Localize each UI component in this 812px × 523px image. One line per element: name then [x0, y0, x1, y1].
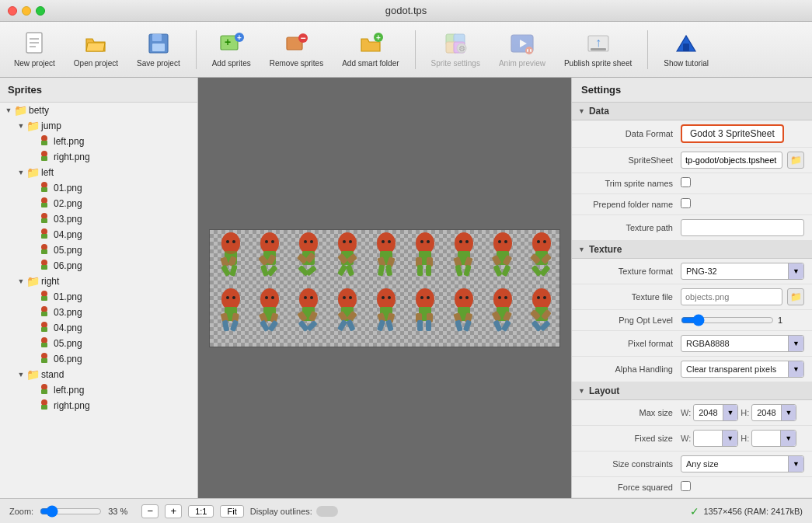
svg-point-140 [226, 296, 229, 299]
force-squared-checkbox[interactable] [681, 481, 691, 491]
zoom-minus-button[interactable]: − [141, 504, 159, 518]
svg-point-47 [41, 291, 47, 297]
spritesheet-folder-button[interactable]: 📁 [787, 152, 804, 169]
tree-item-05-png[interactable]: 05.png [0, 242, 197, 258]
tree-item-r05-png[interactable]: 05.png [0, 336, 197, 351]
spritesheet-input[interactable] [681, 152, 782, 169]
window-controls[interactable] [8, 6, 45, 16]
max-h-text: 2048 [752, 408, 780, 417]
trim-checkbox[interactable] [681, 177, 691, 187]
svg-point-94 [377, 232, 396, 254]
data-format-button[interactable]: Godot 3 SpriteSheet [681, 124, 784, 143]
zoom-plus-button[interactable]: + [165, 504, 182, 518]
fit-button[interactable]: Fit [220, 505, 243, 518]
tree-item-jump[interactable]: ▼📁jump [0, 118, 197, 134]
settings-panel-header: Settings [572, 78, 812, 103]
svg-point-92 [343, 240, 346, 243]
zoom-slider[interactable] [40, 505, 102, 518]
svg-point-109 [427, 240, 430, 243]
max-h-label: H: [741, 408, 749, 417]
tree-item-r04-png[interactable]: 04.png [0, 320, 197, 336]
svg-point-100 [382, 240, 385, 243]
toolbar: New project Open project Save project [0, 22, 812, 78]
tree-item-r01-png[interactable]: 01.png [0, 289, 197, 305]
prepend-checkbox[interactable] [681, 198, 691, 208]
svg-rect-163 [346, 319, 355, 331]
svg-rect-115 [463, 264, 471, 276]
svg-rect-5 [152, 34, 162, 41]
tree-item-02-png[interactable]: 02.png [0, 196, 197, 211]
size-constraints-arrow: ▼ [788, 456, 803, 472]
data-section-header[interactable]: ▼ Data [572, 103, 812, 120]
tree-item-left[interactable]: ▼📁left [0, 165, 197, 180]
new-project-button[interactable]: New project [6, 26, 63, 72]
tree-item-left-png[interactable]: left.png [0, 134, 197, 149]
svg-rect-170 [377, 319, 385, 332]
canvas-area[interactable] [198, 78, 571, 498]
max-size-value: W: 2048 ▼ H: 2048 ▼ [681, 404, 804, 421]
add-smart-folder-label: Add smart folder [342, 59, 399, 68]
svg-rect-139 [230, 319, 239, 332]
texture-section-header[interactable]: ▼ Texture [572, 241, 812, 259]
minimize-button[interactable] [22, 6, 31, 16]
svg-point-59 [41, 399, 47, 406]
display-outlines-toggle[interactable] [316, 506, 338, 517]
tree-label: stand [41, 369, 64, 380]
max-h-select[interactable]: 2048 ▼ [751, 404, 796, 421]
close-button[interactable] [8, 6, 17, 16]
add-smart-folder-button[interactable]: + Add smart folder [334, 26, 406, 72]
save-project-button[interactable]: Save project [129, 26, 188, 72]
fixed-h-select[interactable]: ▼ [751, 430, 796, 447]
texture-file-input[interactable] [681, 288, 782, 305]
tree-item-r06-png[interactable]: 06.png [0, 351, 197, 367]
svg-point-165 [349, 296, 352, 299]
tree-item-stand[interactable]: ▼📁stand [0, 367, 197, 382]
tree-label: left [41, 167, 54, 178]
size-constraints-select[interactable]: Any size ▼ [681, 455, 804, 472]
svg-rect-122 [493, 264, 502, 277]
layout-section-header[interactable]: ▼ Layout [572, 382, 812, 400]
show-tutorial-label: Show tutorial [664, 59, 709, 68]
pixel-format-select[interactable]: RGBA8888 ▼ [681, 335, 804, 352]
texture-file-folder-button[interactable]: 📁 [787, 288, 804, 305]
tree-item-right-png[interactable]: right.png [0, 149, 197, 165]
tree-item-betty[interactable]: ▼📁betty [0, 103, 197, 118]
anim-preview-button[interactable]: Anim preview [491, 26, 553, 72]
publish-sprite-sheet-button[interactable]: ↑ Publish sprite sheet [556, 26, 639, 72]
tree-item-03-png[interactable]: 03.png [0, 211, 197, 227]
tree-label: left.png [54, 136, 84, 147]
tree-label: 03.png [54, 307, 82, 318]
svg-point-45 [41, 260, 47, 266]
tree-item-s-right-png[interactable]: right.png [0, 398, 197, 413]
tree-label: 06.png [54, 354, 82, 364]
max-w-select[interactable]: 2048 ▼ [693, 404, 738, 421]
tree-item-r03-png[interactable]: 03.png [0, 305, 197, 320]
fixed-w-select[interactable]: ▼ [693, 430, 738, 447]
remove-sprites-button[interactable]: − Remove sprites [262, 26, 331, 72]
data-format-value: Godot 3 SpriteSheet [681, 124, 804, 143]
tree-item-06-png[interactable]: 06.png [0, 258, 197, 274]
tree-item-04-png[interactable]: 04.png [0, 227, 197, 242]
png-opt-slider[interactable] [681, 314, 774, 326]
texture-path-value [681, 219, 804, 236]
show-tutorial-button[interactable]: Show tutorial [656, 26, 716, 72]
tree-item-01-png[interactable]: 01.png [0, 180, 197, 196]
svg-point-204 [537, 296, 540, 299]
add-sprites-button[interactable]: + + Add sprites [204, 26, 259, 72]
fixed-w-arrow: ▼ [722, 431, 737, 446]
sprite-icon [39, 291, 51, 303]
maximize-button[interactable] [36, 6, 45, 16]
tree-item-s-left-png[interactable]: left.png [0, 382, 197, 398]
alpha-label: Alpha Handling [580, 364, 681, 374]
svg-point-117 [465, 240, 469, 243]
size-constraints-label: Size constraints [580, 459, 681, 469]
open-project-button[interactable]: Open project [66, 26, 126, 72]
tree-item-right[interactable]: ▼📁right [0, 274, 197, 289]
texture-section-arrow: ▼ [578, 246, 585, 253]
texture-path-input[interactable] [681, 219, 804, 236]
sprite-settings-button[interactable]: ⚙ Sprite settings [423, 26, 488, 72]
alpha-select[interactable]: Clear transparent pixels ▼ [681, 361, 804, 378]
texture-format-select[interactable]: PNG-32 ▼ [681, 263, 804, 280]
ratio-button[interactable]: 1:1 [188, 505, 214, 518]
sprite-icon [39, 135, 51, 148]
